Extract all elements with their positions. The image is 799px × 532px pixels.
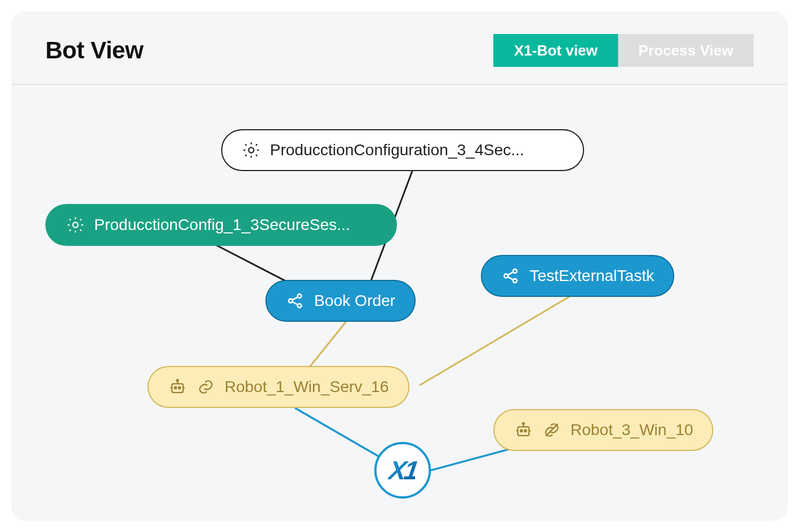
svg-rect-18 <box>172 384 183 393</box>
svg-point-7 <box>73 222 78 227</box>
svg-point-22 <box>177 380 179 381</box>
view-tabs: X1-Bot view Process View <box>493 34 754 67</box>
share-icon <box>286 291 305 310</box>
svg-point-19 <box>175 387 176 389</box>
share-icon <box>501 266 521 286</box>
gear-icon <box>242 141 261 160</box>
tab-process-view[interactable]: Process View <box>618 34 754 67</box>
svg-point-9 <box>298 294 302 298</box>
panel-header: Bot View X1-Bot view Process View <box>11 11 788 85</box>
node-config-production-3-4[interactable]: ProducctionConfiguration_3_4Sec... <box>221 129 584 171</box>
unlink-icon <box>542 420 561 440</box>
svg-point-8 <box>289 299 293 303</box>
svg-line-17 <box>508 277 513 280</box>
svg-line-12 <box>292 302 298 305</box>
svg-point-15 <box>513 279 517 283</box>
svg-rect-25 <box>518 427 529 436</box>
node-label: Robot_3_Win_10 <box>570 421 693 439</box>
svg-point-27 <box>525 430 526 432</box>
node-task-book-order[interactable]: Book Order <box>265 280 416 322</box>
x1-logo: X1 <box>387 455 418 486</box>
svg-line-3 <box>420 295 573 385</box>
bot-view-panel: Bot View X1-Bot view Process View <box>11 11 788 521</box>
svg-line-16 <box>508 272 513 275</box>
svg-point-6 <box>248 147 253 152</box>
link-icon <box>196 377 215 397</box>
node-label: Robot_1_Win_Serv_16 <box>225 378 389 396</box>
svg-point-29 <box>523 423 525 424</box>
node-task-test-external[interactable]: TestExternalTastk <box>481 255 674 297</box>
svg-point-10 <box>298 304 302 308</box>
node-label: TestExternalTastk <box>530 267 654 285</box>
tab-x1-bot-view[interactable]: X1-Bot view <box>493 34 618 67</box>
node-label: ProducctionConfig_1_3SecureSes... <box>94 216 350 234</box>
svg-point-20 <box>179 387 180 389</box>
page-title: Bot View <box>45 37 143 64</box>
svg-point-13 <box>504 274 508 278</box>
node-label: Book Order <box>314 292 395 310</box>
hub-x1[interactable]: X1 <box>374 442 431 499</box>
node-robot-3-win-10[interactable]: Robot_3_Win_10 <box>493 409 713 451</box>
node-label: ProducctionConfiguration_3_4Sec... <box>270 141 524 159</box>
node-robot-1-win-serv-16[interactable]: Robot_1_Win_Serv_16 <box>147 366 409 408</box>
node-config-production-1-3[interactable]: ProducctionConfig_1_3SecureSes... <box>45 204 397 246</box>
svg-line-11 <box>292 297 298 300</box>
svg-line-32 <box>546 424 557 436</box>
graph-canvas[interactable]: ProducctionConfiguration_3_4Sec... Produ… <box>11 85 788 504</box>
svg-point-14 <box>513 269 517 273</box>
robot-icon <box>168 377 187 397</box>
robot-icon <box>514 420 533 440</box>
svg-point-26 <box>521 430 522 432</box>
gear-icon <box>66 215 85 235</box>
